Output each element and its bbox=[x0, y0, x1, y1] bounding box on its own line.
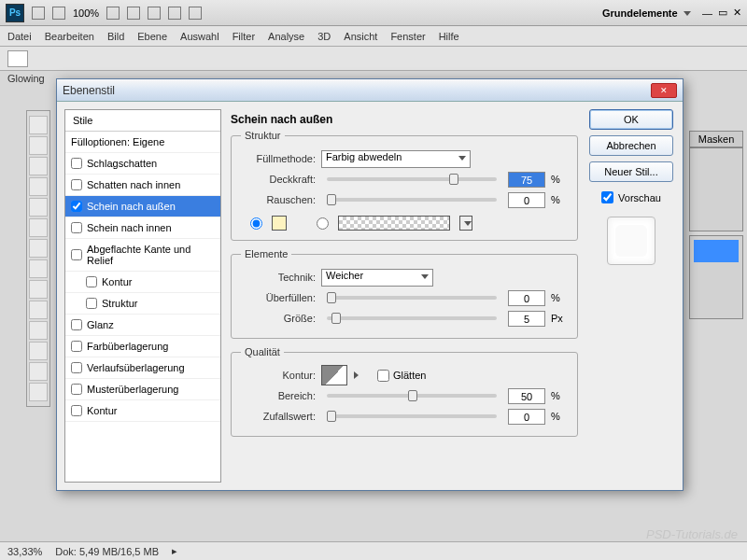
tool-dodge[interactable] bbox=[29, 383, 48, 401]
styles-header: Stile bbox=[65, 110, 220, 132]
tool-blur[interactable] bbox=[29, 362, 48, 381]
tool-stamp[interactable] bbox=[29, 280, 48, 299]
range-slider[interactable] bbox=[327, 394, 497, 398]
style-schein-innen[interactable]: Schein nach innen bbox=[65, 217, 220, 239]
tool-eraser[interactable] bbox=[29, 321, 48, 340]
chevron-right-icon[interactable]: ▸ bbox=[172, 545, 177, 557]
dialog-titlebar[interactable]: Ebenenstil ✕ bbox=[57, 79, 683, 102]
spread-label: Überfüllen: bbox=[241, 292, 316, 303]
tool-heal[interactable] bbox=[29, 239, 48, 258]
tool-brush[interactable] bbox=[29, 259, 48, 278]
panel-adjust[interactable] bbox=[689, 147, 743, 231]
tool-wand[interactable] bbox=[29, 177, 48, 196]
style-kontur[interactable]: Kontur bbox=[65, 400, 220, 422]
style-settings: Schein nach außen Struktur Füllmethode: … bbox=[231, 109, 578, 483]
glow-color-swatch[interactable] bbox=[272, 216, 287, 231]
zoom-label: 100% bbox=[73, 7, 99, 19]
tool-gradient[interactable] bbox=[29, 342, 48, 360]
style-schlagschatten[interactable]: Schlagschatten bbox=[65, 153, 220, 175]
spread-value[interactable]: 0 bbox=[508, 290, 545, 306]
style-musterueberlagerung[interactable]: Musterüberlagerung bbox=[65, 379, 220, 400]
noise-slider[interactable] bbox=[327, 198, 497, 202]
style-verlaufsueberlagerung[interactable]: Verlaufsüberlagerung bbox=[65, 357, 220, 379]
zoom-tool-icon[interactable] bbox=[127, 7, 140, 20]
masks-tab[interactable]: Masken bbox=[689, 131, 743, 147]
tool-history[interactable] bbox=[29, 301, 48, 319]
opacity-value[interactable]: 75 bbox=[508, 172, 545, 188]
preview-swatch bbox=[607, 217, 655, 265]
range-label: Bereich: bbox=[241, 390, 316, 401]
section-struktur: Struktur Füllmethode: Farbig abwedeln De… bbox=[231, 130, 578, 241]
watermark: PSD-Tutorials.de bbox=[646, 527, 738, 541]
style-bevel-kontur[interactable]: Kontur bbox=[65, 272, 220, 293]
app-bar: Ps 100% Grundelemente — ▭ ✕ bbox=[0, 0, 747, 26]
fill-options-item[interactable]: Fülloptionen: Eigene bbox=[65, 132, 220, 153]
maximize-icon[interactable]: ▭ bbox=[718, 7, 727, 19]
opacity-label: Deckkraft: bbox=[241, 174, 316, 185]
jitter-value[interactable]: 0 bbox=[508, 409, 545, 425]
style-glanz[interactable]: Glanz bbox=[65, 315, 220, 336]
right-panels: Masken bbox=[689, 131, 743, 323]
hand-tool-icon[interactable] bbox=[106, 7, 120, 20]
style-bevel[interactable]: Abgeflachte Kante und Relief bbox=[65, 239, 220, 272]
new-style-button[interactable]: Neuer Stil... bbox=[589, 161, 673, 182]
options-bar bbox=[0, 47, 747, 71]
section-qualitaet: Qualität Kontur: Glätten Bereich: 50 % Z… bbox=[231, 346, 578, 437]
menu-analyse[interactable]: Analyse bbox=[268, 31, 304, 42]
rotate-icon[interactable] bbox=[148, 7, 161, 20]
close-icon[interactable]: ✕ bbox=[733, 7, 741, 19]
dialog-close-button[interactable]: ✕ bbox=[651, 83, 677, 98]
style-farbueberlagerung[interactable]: Farbüberlagerung bbox=[65, 336, 220, 357]
tool-eyedropper[interactable] bbox=[29, 218, 48, 237]
technique-select[interactable]: Weicher bbox=[321, 269, 433, 287]
preview-checkbox[interactable] bbox=[601, 191, 613, 203]
layer-swatch bbox=[694, 240, 739, 262]
menu-3d[interactable]: 3D bbox=[317, 31, 331, 42]
menu-bearbeiten[interactable]: Bearbeiten bbox=[45, 31, 94, 42]
gradient-picker[interactable] bbox=[338, 216, 450, 231]
style-schatten-innen[interactable]: Schatten nach innen bbox=[65, 175, 220, 196]
hand-icon[interactable] bbox=[7, 50, 28, 67]
bridge-icon[interactable] bbox=[32, 7, 45, 20]
minimize-icon[interactable]: — bbox=[702, 7, 712, 19]
antialias-checkbox[interactable] bbox=[377, 370, 389, 382]
panel-layers[interactable] bbox=[689, 235, 743, 319]
menu-bar: Datei Bearbeiten Bild Ebene Auswahl Filt… bbox=[0, 26, 747, 47]
style-schein-aussen[interactable]: Schein nach außen bbox=[65, 196, 220, 217]
color-radio[interactable] bbox=[250, 217, 262, 230]
gradient-radio[interactable] bbox=[317, 217, 329, 230]
gradient-dropdown-icon[interactable] bbox=[459, 216, 472, 231]
document-tab[interactable]: Glowing bbox=[7, 73, 45, 84]
tool-move[interactable] bbox=[29, 116, 48, 134]
menu-filter[interactable]: Filter bbox=[233, 31, 255, 42]
spread-slider[interactable] bbox=[327, 296, 497, 300]
range-value[interactable]: 50 bbox=[508, 388, 545, 404]
tool-crop[interactable] bbox=[29, 198, 48, 217]
doc-size: 5,49 MB/16,5 MB bbox=[79, 546, 159, 557]
layout-icon[interactable] bbox=[52, 7, 65, 20]
menu-ebene[interactable]: Ebene bbox=[137, 31, 167, 42]
size-slider[interactable] bbox=[327, 316, 497, 320]
workspace-selector[interactable]: Grundelemente bbox=[597, 5, 697, 21]
noise-value[interactable]: 0 bbox=[508, 192, 545, 208]
menu-ansicht[interactable]: Ansicht bbox=[344, 31, 377, 42]
style-bevel-struktur[interactable]: Struktur bbox=[65, 293, 220, 315]
menu-hilfe[interactable]: Hilfe bbox=[439, 31, 459, 42]
jitter-label: Zufallswert: bbox=[241, 411, 316, 422]
size-value[interactable]: 5 bbox=[508, 311, 545, 327]
cancel-button[interactable]: Abbrechen bbox=[589, 135, 673, 156]
contour-picker[interactable] bbox=[321, 365, 347, 385]
menu-datei[interactable]: Datei bbox=[7, 31, 32, 42]
tool-lasso[interactable] bbox=[29, 157, 48, 175]
ok-button[interactable]: OK bbox=[589, 109, 673, 130]
blend-mode-select[interactable]: Farbig abwedeln bbox=[321, 150, 471, 168]
zoom-level[interactable]: 33,33% bbox=[7, 546, 42, 557]
tool-marquee[interactable] bbox=[29, 136, 48, 155]
opacity-slider[interactable] bbox=[327, 177, 497, 181]
menu-auswahl[interactable]: Auswahl bbox=[180, 31, 219, 42]
jitter-slider[interactable] bbox=[327, 414, 497, 418]
menu-fenster[interactable]: Fenster bbox=[390, 31, 425, 42]
screenmode-icon[interactable] bbox=[189, 7, 202, 20]
menu-bild[interactable]: Bild bbox=[107, 31, 124, 42]
arrange-icon[interactable] bbox=[168, 7, 181, 20]
